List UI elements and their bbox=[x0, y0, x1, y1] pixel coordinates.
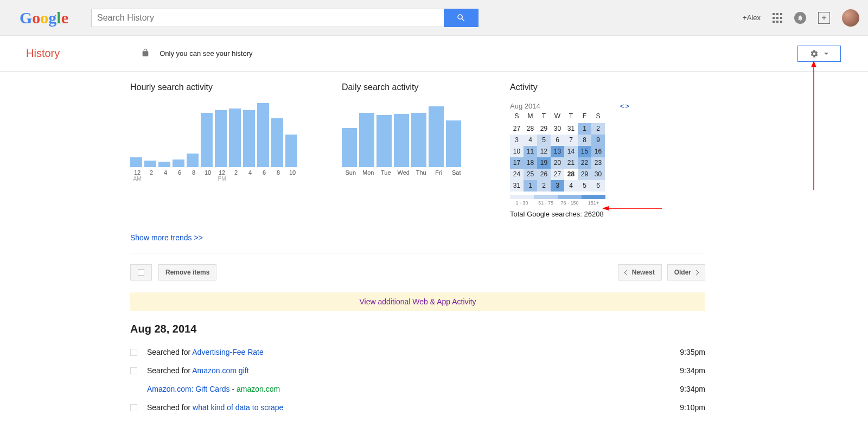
calendar-day[interactable]: 1 bbox=[578, 123, 591, 135]
show-more-trends-link[interactable]: Show more trends >> bbox=[130, 233, 203, 242]
entry-visit-link[interactable]: Amazon.com: Gift Cards bbox=[147, 385, 230, 393]
calendar-day[interactable]: 27 bbox=[551, 169, 564, 180]
apps-icon[interactable] bbox=[773, 13, 782, 23]
calendar-day[interactable]: 26 bbox=[537, 169, 551, 180]
calendar-day[interactable]: 27 bbox=[510, 123, 524, 135]
calendar-dow: M bbox=[524, 112, 537, 123]
hourly-bars bbox=[130, 102, 309, 167]
plus-profile-link[interactable]: +Alex bbox=[743, 14, 761, 22]
hourly-bar bbox=[144, 161, 156, 167]
calendar-day[interactable]: 6 bbox=[551, 135, 564, 146]
web-app-activity-banner[interactable]: View additional Web & App Activity bbox=[130, 292, 705, 311]
calendar-day[interactable]: 23 bbox=[591, 157, 605, 169]
entry-query-link[interactable]: Advertising-Fee Rate bbox=[192, 348, 264, 356]
calendar-day[interactable]: 11 bbox=[524, 146, 537, 157]
calendar-day[interactable]: 15 bbox=[578, 146, 591, 157]
history-entry: Searched for Google Fusion Tables9:07pm bbox=[130, 417, 705, 421]
google-logo[interactable]: Google bbox=[20, 7, 80, 29]
calendar-day[interactable]: 9 bbox=[591, 135, 605, 146]
hourly-bar bbox=[271, 118, 283, 167]
calendar-day[interactable]: 14 bbox=[564, 146, 578, 157]
history-entry: Amazon.com: Gift Cards - amazon.com9:34p… bbox=[130, 380, 705, 398]
select-all-checkbox[interactable] bbox=[130, 264, 152, 280]
calendar-day[interactable]: 1 bbox=[524, 180, 537, 192]
search-form bbox=[91, 9, 478, 27]
activity-title: Activity bbox=[510, 82, 629, 92]
calendar-dow: T bbox=[564, 112, 578, 123]
calendar-day[interactable]: 5 bbox=[578, 180, 591, 192]
daily-bars bbox=[342, 102, 477, 167]
older-button[interactable]: Older bbox=[667, 264, 705, 280]
calendar-day[interactable]: 8 bbox=[578, 135, 591, 146]
calendar-day[interactable]: 4 bbox=[564, 180, 578, 192]
calendar-dow: W bbox=[551, 112, 564, 123]
entry-query-link[interactable]: Amazon.com gift bbox=[192, 366, 248, 375]
hourly-labels: 1224681012246810 bbox=[130, 169, 309, 176]
daily-bar bbox=[394, 114, 409, 167]
hourly-chart-title: Hourly search activity bbox=[130, 82, 309, 92]
calendar-day[interactable]: 13 bbox=[551, 146, 564, 157]
notifications-icon[interactable] bbox=[794, 12, 806, 24]
activity-column: Activity Aug 2014 < > SMTWTFS27282930311… bbox=[510, 82, 629, 218]
calendar-day[interactable]: 7 bbox=[564, 135, 578, 146]
calendar-day[interactable]: 24 bbox=[510, 169, 524, 180]
calendar-day[interactable]: 6 bbox=[591, 180, 605, 192]
privacy-note: Only you can see your history bbox=[141, 48, 252, 59]
calendar-day[interactable]: 31 bbox=[564, 123, 578, 135]
daily-labels: SunMonTueWedThuFriSat bbox=[342, 169, 477, 176]
calendar-day[interactable]: 3 bbox=[551, 180, 564, 192]
search-input[interactable] bbox=[91, 9, 444, 27]
calendar-next[interactable]: > bbox=[625, 102, 629, 110]
calendar-day[interactable]: 29 bbox=[537, 123, 551, 135]
calendar-day[interactable]: 12 bbox=[537, 146, 551, 157]
calendar-day[interactable]: 20 bbox=[551, 157, 564, 169]
gear-icon bbox=[810, 49, 819, 58]
calendar-month: Aug 2014 bbox=[510, 102, 540, 110]
calendar-prev[interactable]: < bbox=[620, 102, 624, 110]
entry-checkbox[interactable] bbox=[130, 349, 137, 356]
calendar-day[interactable]: 18 bbox=[524, 157, 537, 169]
daily-bar bbox=[376, 115, 392, 167]
calendar-day[interactable]: 10 bbox=[510, 146, 524, 157]
newest-button[interactable]: Newest bbox=[618, 264, 662, 280]
calendar-header: Aug 2014 < > bbox=[510, 102, 629, 110]
hourly-bar bbox=[130, 157, 142, 167]
calendar-day[interactable]: 31 bbox=[510, 180, 524, 192]
daily-bar bbox=[429, 106, 444, 167]
calendar-day[interactable]: 16 bbox=[591, 146, 605, 157]
calendar-day[interactable]: 17 bbox=[510, 157, 524, 169]
calendar-day[interactable]: 4 bbox=[524, 135, 537, 146]
calendar-day[interactable]: 25 bbox=[524, 169, 537, 180]
entry-query-link[interactable]: what kind of data to scrape bbox=[193, 403, 283, 412]
calendar-day[interactable]: 30 bbox=[591, 169, 605, 180]
calendar-day[interactable]: 2 bbox=[537, 180, 551, 192]
total-searches: Total Google searches: 26208 bbox=[510, 210, 629, 218]
calendar-day[interactable]: 19 bbox=[537, 157, 551, 169]
search-button[interactable] bbox=[444, 9, 478, 27]
calendar-day[interactable]: 30 bbox=[551, 123, 564, 135]
calendar-day[interactable]: 29 bbox=[578, 169, 591, 180]
calendar-day[interactable]: 22 bbox=[578, 157, 591, 169]
charts-row: Hourly search activity 1224681012246810 … bbox=[130, 82, 705, 218]
settings-button[interactable] bbox=[797, 46, 841, 62]
entry-time: 9:34pm bbox=[680, 385, 705, 393]
search-icon bbox=[456, 13, 466, 23]
calendar-day[interactable]: 3 bbox=[510, 135, 524, 146]
calendar-day[interactable]: 2 bbox=[591, 123, 605, 135]
hourly-bar bbox=[201, 113, 213, 167]
calendar-day[interactable]: 28 bbox=[524, 123, 537, 135]
calendar-day[interactable]: 28 bbox=[564, 169, 578, 180]
remove-items-button[interactable]: Remove items bbox=[158, 264, 216, 280]
hourly-bar bbox=[215, 110, 227, 167]
lock-icon bbox=[141, 48, 150, 59]
avatar[interactable] bbox=[842, 9, 859, 27]
daily-bar bbox=[446, 120, 461, 167]
share-plus-icon[interactable]: + bbox=[818, 12, 830, 24]
calendar-day[interactable]: 21 bbox=[564, 157, 578, 169]
entry-time: 9:10pm bbox=[680, 403, 705, 412]
history-entry: Searched for Amazon.com gift9:34pm bbox=[130, 361, 705, 380]
calendar-day[interactable]: 5 bbox=[537, 135, 551, 146]
entry-checkbox[interactable] bbox=[130, 367, 137, 374]
entry-checkbox[interactable] bbox=[130, 404, 137, 411]
daily-bar bbox=[342, 128, 357, 167]
